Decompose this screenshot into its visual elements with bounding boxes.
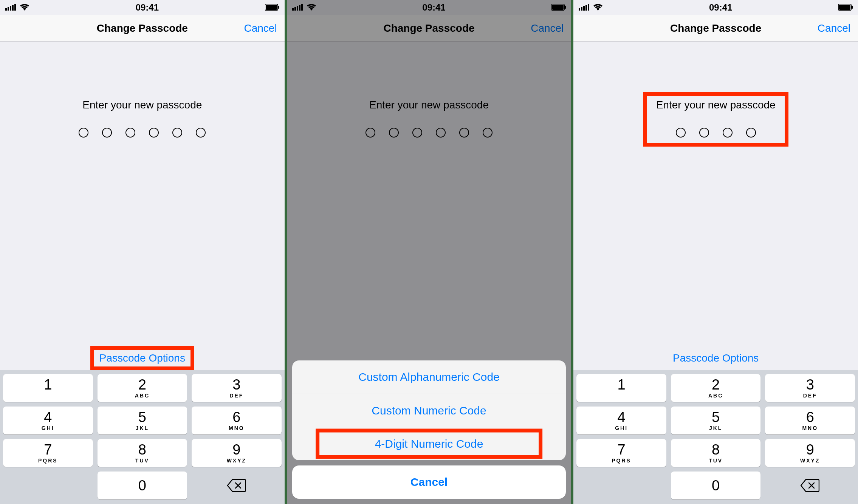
keypad-key-4[interactable]: 4GHI bbox=[3, 407, 93, 434]
keypad-key-8[interactable]: 8TUV bbox=[671, 439, 761, 467]
keypad-key-4[interactable]: 4GHI bbox=[576, 407, 666, 434]
svg-rect-17 bbox=[581, 7, 582, 11]
nav-cancel-button[interactable]: Cancel bbox=[818, 22, 850, 34]
svg-rect-16 bbox=[579, 8, 580, 11]
svg-rect-19 bbox=[585, 5, 587, 11]
svg-rect-14 bbox=[552, 5, 564, 10]
svg-rect-20 bbox=[588, 4, 589, 11]
nav-title: Change Passcode bbox=[97, 22, 188, 34]
passcode-options-sheet: Custom Alphanumeric Code Custom Numeric … bbox=[292, 360, 566, 499]
keypad-key-9[interactable]: 9WXYZ bbox=[765, 439, 855, 467]
status-bar: 09:41 bbox=[0, 0, 285, 15]
battery-icon bbox=[551, 2, 566, 13]
screen-3: 09:41 Change Passcode Cancel Enter your … bbox=[571, 0, 858, 504]
passcode-prompt: Enter your new passcode bbox=[355, 94, 503, 144]
svg-rect-23 bbox=[852, 6, 853, 9]
passcode-options-button[interactable]: Passcode Options bbox=[93, 348, 192, 368]
passcode-dot bbox=[102, 128, 112, 138]
cellular-signal-icon bbox=[5, 2, 16, 13]
prompt-text: Enter your new passcode bbox=[656, 99, 776, 111]
keypad-key-7[interactable]: 7PQRS bbox=[3, 439, 93, 467]
keypad-key-8[interactable]: 8TUV bbox=[98, 439, 187, 467]
passcode-dot bbox=[196, 128, 206, 138]
nav-title: Change Passcode bbox=[383, 22, 474, 34]
keypad-key-3[interactable]: 3DEF bbox=[192, 374, 282, 402]
passcode-dot bbox=[676, 128, 686, 138]
passcode-dot bbox=[389, 128, 399, 138]
keypad-key-5[interactable]: 5JKL bbox=[671, 407, 761, 434]
svg-rect-9 bbox=[294, 7, 296, 11]
svg-rect-0 bbox=[5, 8, 7, 11]
nav-cancel-button[interactable]: Cancel bbox=[244, 22, 277, 34]
passcode-dot bbox=[699, 128, 709, 138]
option-custom-alphanumeric[interactable]: Custom Alphanumeric Code bbox=[292, 360, 566, 394]
passcode-options-button[interactable]: Passcode Options bbox=[666, 348, 765, 368]
keypad-key-6[interactable]: 6MNO bbox=[192, 407, 282, 434]
svg-rect-22 bbox=[839, 5, 850, 10]
backspace-icon[interactable] bbox=[765, 472, 855, 499]
sheet-options-group: Custom Alphanumeric Code Custom Numeric … bbox=[292, 360, 566, 460]
nav-bar: Change Passcode Cancel bbox=[287, 15, 571, 42]
nav-title: Change Passcode bbox=[670, 22, 761, 34]
keypad-spacer bbox=[576, 472, 666, 499]
passcode-dots bbox=[676, 128, 756, 138]
passcode-dots bbox=[366, 128, 492, 138]
svg-rect-6 bbox=[266, 5, 277, 10]
svg-rect-10 bbox=[297, 6, 298, 11]
keypad-key-0[interactable]: 0 bbox=[98, 472, 187, 499]
svg-rect-4 bbox=[14, 4, 16, 11]
content-area: Enter your new passcode bbox=[287, 42, 571, 144]
keypad-key-6[interactable]: 6MNO bbox=[765, 407, 855, 434]
svg-rect-12 bbox=[301, 4, 303, 11]
nav-cancel-button[interactable]: Cancel bbox=[531, 22, 564, 34]
status-time: 09:41 bbox=[136, 2, 159, 13]
option-4-digit-numeric[interactable]: 4-Digit Numeric Code bbox=[292, 427, 566, 460]
wifi-icon bbox=[593, 2, 603, 13]
keypad-key-1[interactable]: 1 bbox=[576, 374, 666, 402]
screen-2: 09:41 Change Passcode Cancel Enter your … bbox=[285, 0, 571, 504]
wifi-icon bbox=[20, 2, 29, 13]
svg-rect-8 bbox=[292, 8, 294, 11]
numeric-keypad: 1 2ABC3DEF4GHI5JKL6MNO7PQRS8TUV9WXYZ0 bbox=[573, 370, 858, 504]
status-time: 09:41 bbox=[422, 2, 445, 13]
passcode-dot bbox=[172, 128, 182, 138]
backspace-icon[interactable] bbox=[192, 472, 282, 499]
status-bar: 09:41 bbox=[573, 0, 858, 15]
prompt-text: Enter your new passcode bbox=[82, 99, 202, 111]
passcode-dot bbox=[149, 128, 159, 138]
passcode-prompt: Enter your new passcode bbox=[646, 94, 786, 144]
keypad-key-3[interactable]: 3DEF bbox=[765, 374, 855, 402]
passcode-dot bbox=[459, 128, 469, 138]
keypad-key-5[interactable]: 5JKL bbox=[98, 407, 187, 434]
passcode-dot bbox=[723, 128, 733, 138]
keypad-key-2[interactable]: 2ABC bbox=[98, 374, 187, 402]
keypad-key-9[interactable]: 9WXYZ bbox=[192, 439, 282, 467]
keypad-spacer bbox=[3, 472, 93, 499]
passcode-dot bbox=[483, 128, 492, 138]
cellular-signal-icon bbox=[292, 2, 303, 13]
keypad-key-1[interactable]: 1 bbox=[3, 374, 93, 402]
status-bar: 09:41 bbox=[287, 0, 571, 15]
passcode-dot bbox=[412, 128, 422, 138]
svg-rect-7 bbox=[278, 6, 279, 9]
screen-1: 09:41 Change Passcode Cancel Enter your … bbox=[0, 0, 285, 504]
option-custom-numeric[interactable]: Custom Numeric Code bbox=[292, 394, 566, 427]
keypad-key-0[interactable]: 0 bbox=[671, 472, 761, 499]
battery-icon bbox=[838, 2, 853, 13]
passcode-dots bbox=[79, 128, 206, 138]
battery-icon bbox=[265, 2, 279, 13]
cellular-signal-icon bbox=[579, 2, 589, 13]
sheet-cancel-button[interactable]: Cancel bbox=[292, 465, 566, 499]
passcode-dot bbox=[125, 128, 135, 138]
prompt-text: Enter your new passcode bbox=[369, 99, 489, 111]
passcode-dot bbox=[746, 128, 756, 138]
svg-rect-2 bbox=[10, 6, 11, 11]
keypad-key-2[interactable]: 2ABC bbox=[671, 374, 761, 402]
svg-rect-11 bbox=[299, 5, 300, 11]
content-area: Enter your new passcode bbox=[573, 42, 858, 144]
keypad-key-7[interactable]: 7PQRS bbox=[576, 439, 666, 467]
svg-rect-18 bbox=[583, 6, 585, 11]
numeric-keypad: 1 2ABC3DEF4GHI5JKL6MNO7PQRS8TUV9WXYZ0 bbox=[0, 370, 285, 504]
passcode-dot bbox=[79, 128, 88, 138]
nav-bar: Change Passcode Cancel bbox=[573, 15, 858, 42]
